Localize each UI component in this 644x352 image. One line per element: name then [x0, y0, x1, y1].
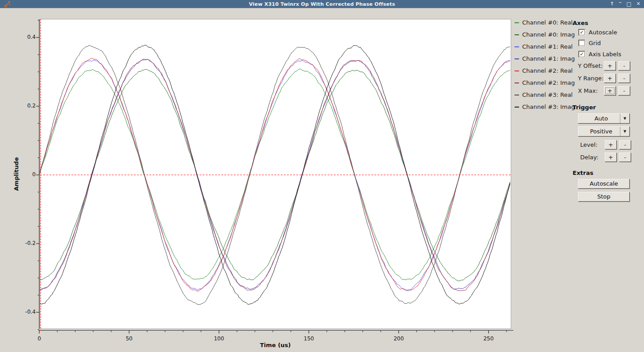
- titlebar: View X310 Twinrx Op With Corrected Phase…: [0, 0, 644, 8]
- trigger-mode-value: Auto: [578, 114, 620, 123]
- y-axis-title: Amplitude: [13, 157, 20, 190]
- legend: Channel #0: Real Channel #0: Imag Channe…: [515, 17, 575, 113]
- legend-item: Channel #1: Imag: [515, 53, 575, 65]
- legend-label: Channel #3: Imag: [522, 104, 575, 110]
- legend-swatch-icon: [515, 46, 519, 47]
- legend-swatch-icon: [515, 58, 519, 59]
- window-controls: ↑ – □ ✕: [610, 0, 640, 8]
- axis-labels-checkbox[interactable]: ✓: [578, 51, 585, 58]
- autoscale-checkbox-row: ✓ Autoscale: [578, 29, 617, 36]
- grid-checkbox-label: Grid: [589, 40, 601, 46]
- x-tick-label: 200: [394, 335, 404, 342]
- y-tick-label: 0.2: [16, 103, 36, 109]
- x-tick-label: 100: [214, 335, 224, 342]
- legend-item: Channel #0: Imag: [515, 29, 575, 41]
- legend-swatch-icon: [515, 107, 519, 108]
- legend-swatch-icon: [515, 22, 519, 23]
- x-max-minus-button[interactable]: -: [618, 86, 630, 95]
- grid-checkbox-row: Grid: [578, 40, 601, 46]
- legend-label: Channel #2: Imag: [522, 79, 575, 86]
- x-tick-label: 0: [37, 335, 41, 342]
- y-tick-label: -0.2: [16, 240, 36, 246]
- extras-autoscale-button[interactable]: Autoscale: [578, 179, 630, 189]
- trigger-level-plus-button[interactable]: +: [605, 140, 617, 149]
- extras-stop-button[interactable]: Stop: [578, 192, 630, 202]
- y-offset-label: Y Offset:: [578, 61, 603, 70]
- y-range-label: Y Range:: [578, 74, 604, 83]
- application-window: 0.40.20-0.2-0.4050100150200250 Amplitude…: [0, 0, 644, 352]
- legend-item: Channel #3: Imag: [515, 101, 575, 113]
- x-max-plus-button[interactable]: +: [604, 86, 616, 95]
- autoscale-checkbox[interactable]: ✓: [578, 29, 585, 36]
- trigger-level-row: Level: + -: [580, 140, 643, 149]
- axis-labels-checkbox-row: ✓ Axis Labels: [578, 51, 621, 58]
- y-offset-minus-button[interactable]: -: [618, 61, 630, 70]
- legend-item: Channel #0: Real: [515, 17, 575, 29]
- legend-label: Channel #0: Imag: [522, 31, 575, 38]
- legend-item: Channel #2: Imag: [515, 77, 575, 89]
- x-tick-label: 50: [126, 335, 133, 342]
- legend-item: Channel #1: Real: [515, 41, 575, 53]
- axis-labels-checkbox-label: Axis Labels: [589, 51, 621, 58]
- y-range-minus-button[interactable]: -: [618, 74, 630, 83]
- window-title: View X310 Twinrx Op With Corrected Phase…: [0, 1, 644, 7]
- trigger-delay-minus-button[interactable]: -: [619, 153, 631, 162]
- legend-swatch-icon: [515, 95, 519, 95]
- x-max-label: X Max:: [578, 86, 598, 95]
- legend-label: Channel #3: Real: [522, 91, 573, 98]
- autoscale-checkbox-label: Autoscale: [589, 29, 617, 36]
- legend-label: Channel #0: Real: [522, 19, 573, 26]
- trigger-slope-dropdown[interactable]: Positive ▼: [578, 126, 630, 137]
- shade-button[interactable]: ↑: [610, 0, 614, 8]
- x-max-row: X Max: + -: [578, 86, 643, 95]
- chevron-down-icon: ▼: [620, 127, 629, 136]
- trigger-slope-value: Positive: [578, 127, 620, 136]
- x-axis-title: Time (us): [260, 342, 291, 348]
- trigger-level-minus-button[interactable]: -: [619, 140, 631, 149]
- trigger-level-label: Level:: [580, 140, 598, 149]
- legend-swatch-icon: [515, 34, 519, 35]
- trigger-section-title: Trigger: [573, 104, 596, 111]
- y-tick-label: -0.4: [16, 309, 36, 315]
- maximize-button[interactable]: □: [626, 0, 631, 8]
- axes-section-title: Axes: [573, 20, 588, 26]
- legend-label: Channel #2: Real: [522, 67, 573, 74]
- trigger-delay-plus-button[interactable]: +: [605, 153, 617, 162]
- close-button[interactable]: ✕: [636, 0, 640, 8]
- trigger-mode-dropdown[interactable]: Auto ▼: [578, 113, 630, 124]
- app-icon: [4, 0, 11, 8]
- trigger-delay-row: Delay: + -: [580, 153, 643, 162]
- legend-item: Channel #3: Real: [515, 89, 575, 101]
- legend-label: Channel #1: Real: [522, 43, 573, 50]
- y-tick-label: 0.4: [16, 34, 36, 40]
- y-range-plus-button[interactable]: +: [604, 74, 616, 83]
- trigger-delay-label: Delay:: [580, 153, 598, 162]
- x-tick-label: 150: [304, 335, 314, 342]
- chevron-down-icon: ▼: [620, 114, 629, 123]
- x-tick-label: 250: [483, 335, 494, 342]
- legend-label: Channel #1: Imag: [522, 55, 575, 62]
- legend-swatch-icon: [515, 83, 519, 83]
- extras-section-title: Extras: [573, 170, 593, 176]
- y-offset-plus-button[interactable]: +: [604, 61, 616, 70]
- legend-swatch-icon: [515, 70, 519, 71]
- y-offset-row: Y Offset: + -: [578, 61, 643, 70]
- minimize-button[interactable]: –: [619, 0, 622, 7]
- y-range-row: Y Range: + -: [578, 74, 643, 83]
- legend-item: Channel #2: Real: [515, 65, 575, 77]
- grid-checkbox[interactable]: [578, 40, 585, 46]
